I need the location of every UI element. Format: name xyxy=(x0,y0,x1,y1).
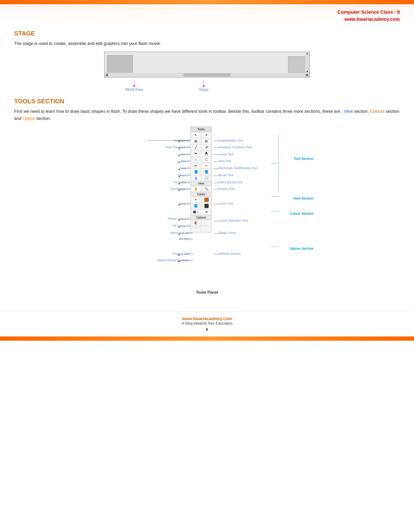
stage-heading: STAGE xyxy=(14,30,400,37)
fill-colour-row: 🪣 xyxy=(191,203,212,209)
tools-heading: TOOLS SECTION xyxy=(14,98,400,105)
pen-tool-icon[interactable]: ✒ xyxy=(191,150,201,157)
empty-cell xyxy=(201,220,212,226)
paint-bucket-label: Paint Bucket Tool xyxy=(219,180,242,184)
tools-desc-part4: section. xyxy=(35,116,51,121)
swap-icon[interactable]: ⇄ xyxy=(202,209,211,215)
scroll-up-arrow-icon[interactable]: ▲ xyxy=(306,52,308,55)
text-tool-icon[interactable]: A xyxy=(201,150,212,157)
zoom-tool-label: Zoom Tool xyxy=(219,202,233,205)
footer: www.tiwariacademy.com A Step towards fre… xyxy=(0,311,414,334)
stage-box: ◄ ► ▲ ▼ xyxy=(104,52,310,77)
bw-swap-row: ⬛⬜ ⇄ xyxy=(191,209,212,215)
header: Computer Science Class : 8 www.tiwariaca… xyxy=(0,4,414,25)
lasso-tool-icon[interactable]: 𝒫 xyxy=(201,144,212,150)
round-rect-icon[interactable]: ⌒ xyxy=(191,226,201,232)
right-arrow-icon: ► xyxy=(306,73,309,76)
tool-row-3: ╱ 𝒫 xyxy=(191,144,212,150)
stage-right-gray-box xyxy=(288,56,307,73)
oval-tool-icon[interactable]: ○ xyxy=(191,157,201,163)
eraser-icon[interactable]: ⬜ xyxy=(201,175,212,181)
bottom-gradient-bar xyxy=(0,336,414,341)
fill-swatch[interactable] xyxy=(202,203,211,209)
stroke-swatch[interactable] xyxy=(202,197,211,203)
tool-row-1: ↖ ↗ xyxy=(191,132,212,138)
stage-visual-area: ◄ ► ▲ ▼ Work Area xyxy=(104,52,310,93)
gradient-transform-label: Gradient Transform Tool xyxy=(219,145,252,149)
scroll-down-arrow-icon[interactable]: ▼ xyxy=(306,70,308,73)
round-rect-label: Round Rectangle Radium xyxy=(158,258,193,262)
tools-desc-part2: section, xyxy=(353,109,370,114)
free-transform-icon[interactable]: ⊞ xyxy=(191,138,201,144)
stage-section: STAGE The stage is used to create, assem… xyxy=(14,30,400,93)
left-arrow-icon: ◄ xyxy=(105,73,108,76)
colour-selection-label: Colour Selection Tool xyxy=(219,219,248,222)
view-highlight: View xyxy=(344,109,353,114)
tool-row-2: ⊞ ⊟ xyxy=(191,138,212,144)
colours-highlight: Colours xyxy=(370,109,385,114)
stage-left-gray-box xyxy=(107,55,133,74)
brush-tool-label: Brush Tool xyxy=(219,173,233,177)
zoom-tool-icon[interactable]: 🔍 xyxy=(201,186,212,192)
stage-vertical-scrollbar[interactable]: ▲ ▼ xyxy=(305,52,309,73)
colour-section-tag: Colour Section xyxy=(290,212,313,215)
stage-label: Stage xyxy=(199,87,209,92)
footer-tagline: A Step towards free Education xyxy=(0,321,414,326)
round-rect-row: ⌒ xyxy=(191,226,212,232)
work-area-label: Work Area xyxy=(125,87,143,92)
tools-description: First we need to learn how to draw basic… xyxy=(14,108,400,122)
stage-horizontal-scrollbar[interactable]: ◄ ► xyxy=(105,73,309,77)
tool-row-6: ✏ ✏ xyxy=(191,163,212,169)
tool-row-9: ✋ 🔍 xyxy=(191,186,212,192)
fill-icon[interactable]: 🪣 xyxy=(191,203,201,209)
lasso-tool-label: Lasso Tool xyxy=(219,152,233,156)
tool-row-4: ✒ A xyxy=(191,150,212,157)
pencil-tool-icon[interactable]: ✏ xyxy=(191,163,201,169)
top-gradient-bar xyxy=(0,0,414,4)
hand-tool-icon[interactable]: ✋ xyxy=(191,186,201,192)
rectangle-tool-label: Rectangle Tool/Polystar Tool xyxy=(219,166,258,170)
subselection-label: Subselection Tool xyxy=(219,139,243,142)
rectangle-tool-icon[interactable]: □ xyxy=(201,157,212,163)
scroll-left-arrow[interactable]: ◄ xyxy=(105,73,109,77)
brush-tool-icon[interactable]: ✏ xyxy=(201,163,212,169)
gradient-transform-icon[interactable]: ⊟ xyxy=(201,138,212,144)
header-line2: www.tiwariacademy.com xyxy=(337,16,400,23)
stage-description: The stage is used to create, assemble an… xyxy=(14,40,400,47)
tool-section-tag: Tool Section xyxy=(294,157,313,161)
option-highlight: Option xyxy=(22,116,35,121)
snap-row: 🧲 xyxy=(191,220,212,226)
subselection-tool-icon[interactable]: ↗ xyxy=(201,132,212,138)
tools-diagram: Selection Tool Free Transform Tool Line … xyxy=(14,126,400,287)
stroke-color-swatch xyxy=(204,198,209,202)
options-section-label-right: Options Section xyxy=(219,252,241,255)
tools-section: TOOLS SECTION First we need to learn how… xyxy=(14,98,400,295)
selection-tool-icon[interactable]: ↖ xyxy=(191,132,201,138)
snap-to-object-icon[interactable]: 🧲 xyxy=(191,220,201,226)
header-text: Computer Science Class : 8 www.tiwariaca… xyxy=(337,9,400,23)
line-tool-icon[interactable]: ╱ xyxy=(191,144,201,150)
page-number: 6 xyxy=(0,327,414,332)
view-section-tag: View Section xyxy=(293,197,313,200)
header-line1: Computer Science Class : 8 xyxy=(337,9,400,16)
options-section-label: Options xyxy=(191,215,212,220)
main-content: STAGE The stage is used to create, assem… xyxy=(0,25,414,304)
eyedropper-icon[interactable]: 💧 xyxy=(191,175,201,181)
swap-colour-label: Swap Colour xyxy=(219,231,236,235)
empty-cell-2 xyxy=(201,226,212,232)
paint-bucket-icon[interactable]: 🪣 xyxy=(201,169,212,175)
text-tool-label: Text Tool xyxy=(219,159,231,163)
view-section-label: View xyxy=(191,181,212,186)
ink-bottle-icon[interactable]: 🪣 xyxy=(191,169,201,175)
scroll-right-arrow[interactable]: ► xyxy=(305,73,309,77)
tools-panel-caption: Tools Panel xyxy=(14,290,400,295)
black-white-icon[interactable]: ⬛⬜ xyxy=(191,209,201,215)
footer-url: www.tiwariacademy.com xyxy=(0,316,414,321)
scroll-thumb[interactable] xyxy=(183,73,231,76)
tools-panel-title: Tools xyxy=(191,127,212,132)
stroke-colour-row: ✏ xyxy=(191,197,212,203)
stroke-pen-icon[interactable]: ✏ xyxy=(191,197,201,203)
tools-panel: Tools ↖ ↗ ⊞ ⊟ ╱ xyxy=(188,126,214,232)
tool-row-5: ○ □ xyxy=(191,157,212,163)
tool-row-8: 💧 ⬜ xyxy=(191,175,212,181)
